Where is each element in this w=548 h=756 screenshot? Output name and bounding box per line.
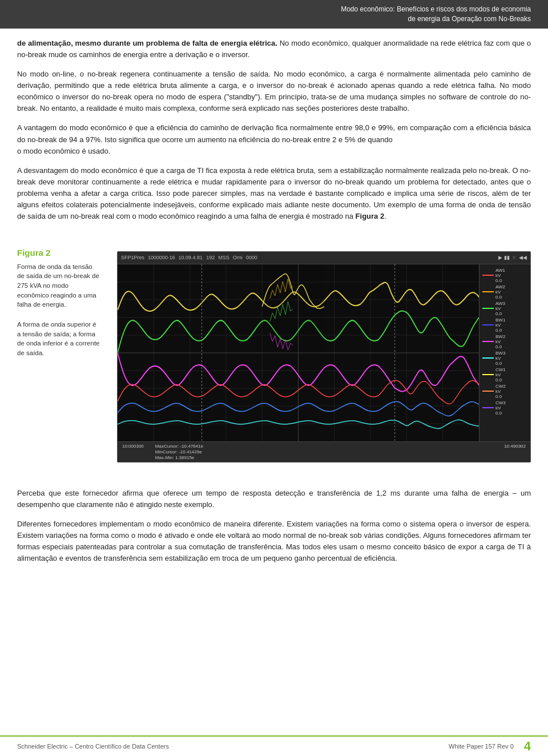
legend-color-6	[482, 357, 494, 359]
chart-time-left: 10:000300	[122, 444, 144, 449]
legend-item-5: BW2kV0.0	[482, 334, 527, 349]
intro-bold-start: de alimentação, mesmo durante um problem…	[17, 39, 277, 47]
bottom-time-left: 10:000300	[122, 444, 144, 449]
header-line1: Modo econômico: Benefícios e riscos dos …	[114, 5, 531, 14]
closing-para-1: Perceba que este fornecedor afirma que o…	[17, 488, 531, 510]
stat-mincursor: MinCursor: -10.41429e	[155, 449, 203, 455]
figure-ref: Figura 2	[356, 212, 385, 220]
figure-caption-2: A forma de onda superior é a tensão de s…	[17, 320, 101, 358]
chart-time-right: 10:490302	[504, 444, 526, 449]
footer-page-number: 4	[524, 739, 531, 754]
chart-topbar: SFP1Pres 1000000·16 10.09.4.81 192 MSS O…	[118, 252, 530, 264]
legend-color-7	[482, 374, 494, 375]
topbar-item-3: 10.09.4.81	[179, 255, 203, 260]
bottom-stats: MaxCursor: -10.47641e MinCursor: -10.414…	[155, 444, 203, 460]
legend-item-6: BW3kV0.0	[482, 351, 527, 366]
page-footer: Schneider Electric – Centro Científico d…	[0, 735, 548, 756]
footer-right-area: White Paper 157 Rev 0 4	[449, 739, 531, 754]
legend-color-3	[482, 308, 494, 309]
chart-body: AW1kV0.0 AW2kV0.0 AW3kV0.0 BW1kV0.0	[118, 264, 530, 441]
legend-color-8	[482, 391, 494, 392]
chart-container: SFP1Pres 1000000·16 10.09.4.81 192 MSS O…	[111, 231, 548, 485]
legend-color-2	[482, 291, 494, 292]
closing-para-2: Diferentes fornecedores implementam o mo…	[17, 518, 531, 565]
chart-legend: AW1kV0.0 AW2kV0.0 AW3kV0.0 BW1kV0.0	[479, 264, 530, 441]
legend-label-2: AW2kV0.0	[495, 284, 505, 300]
topbar-item-5: MSS	[218, 255, 229, 260]
intro-section: de alimentação, mesmo durante um problem…	[0, 29, 548, 223]
topbar-item-4: 192	[206, 255, 215, 260]
legend-label-1: AW1kV0.0	[495, 268, 505, 283]
page: Modo econômico: Benefícios e riscos dos …	[0, 0, 548, 756]
topbar-item-1: SFP1Pres	[121, 255, 144, 260]
intro-para-1: de alimentação, mesmo durante um problem…	[17, 38, 531, 61]
bottom-time-right: 10:490302	[504, 444, 526, 449]
figure-caption-1: Forma de onda da tensão de saída de um n…	[17, 262, 101, 309]
topbar-item-2: 1000000·16	[148, 255, 175, 260]
stat-maxmin: Max-Min: 1.38915e	[155, 455, 203, 460]
chart-plot	[118, 264, 479, 441]
intro-para-2: No modo on-line, o no-break regenera con…	[17, 69, 531, 115]
legend-color-5	[482, 341, 494, 342]
legend-label-7: CW1kV0.0	[495, 367, 506, 383]
svg-rect-19	[262, 264, 324, 353]
footer-white-paper: White Paper 157 Rev 0	[449, 743, 514, 750]
figure-label: Figura 2	[17, 248, 101, 258]
topbar-item-6: Orni	[233, 255, 243, 260]
oscilloscope-chart: SFP1Pres 1000000·16 10.09.4.81 192 MSS O…	[117, 251, 531, 463]
footer-left-text: Schneider Electric – Centro Científico d…	[17, 743, 449, 750]
legend-color-9	[482, 407, 494, 408]
legend-label-9: CW3kV0.0	[495, 400, 506, 416]
header-line2: de energia da Operação com No-Breaks	[114, 14, 531, 24]
legend-color-1	[482, 275, 494, 276]
legend-label-6: BW3kV0.0	[495, 351, 505, 366]
legend-item-1: AW1kV0.0	[482, 268, 527, 283]
legend-label-4: BW1kV0.0	[495, 317, 505, 333]
intro-para-3: A vantagem do modo econômico é que a efi…	[17, 122, 531, 156]
stat-maxcursor: MaxCursor: -10.47641e	[155, 444, 203, 449]
legend-label-3: AW3kV0.0	[495, 301, 505, 316]
intro-para-4: A desvantagem do modo econômico é que a …	[17, 165, 531, 223]
topbar-item-7: 0000	[246, 255, 257, 260]
legend-item-2: AW2kV0.0	[482, 284, 527, 300]
topbar-controls: ▶ ▮▮ ◾ ◀◀	[498, 255, 527, 260]
figure-section: Figura 2 Forma de onda da tensão de saíd…	[0, 231, 548, 485]
waveform-svg	[118, 264, 479, 441]
legend-color-4	[482, 324, 494, 325]
figure-sidebar: Figura 2 Forma de onda da tensão de saíd…	[0, 231, 111, 485]
page-header: Modo econômico: Benefícios e riscos dos …	[0, 0, 548, 29]
closing-section: Perceba que este fornecedor afirma que o…	[0, 485, 548, 601]
legend-item-4: BW1kV0.0	[482, 317, 527, 333]
legend-label-5: BW2kV0.0	[495, 334, 505, 349]
legend-item-7: CW1kV0.0	[482, 367, 527, 383]
legend-label-8: CW2kV0.0	[495, 384, 506, 399]
legend-item-8: CW2kV0.0	[482, 384, 527, 399]
legend-item-9: CW3kV0.0	[482, 400, 527, 416]
chart-bottombar: 10:000300 MaxCursor: -10.47641e MinCurso…	[118, 441, 530, 462]
legend-item-3: AW3kV0.0	[482, 301, 527, 316]
